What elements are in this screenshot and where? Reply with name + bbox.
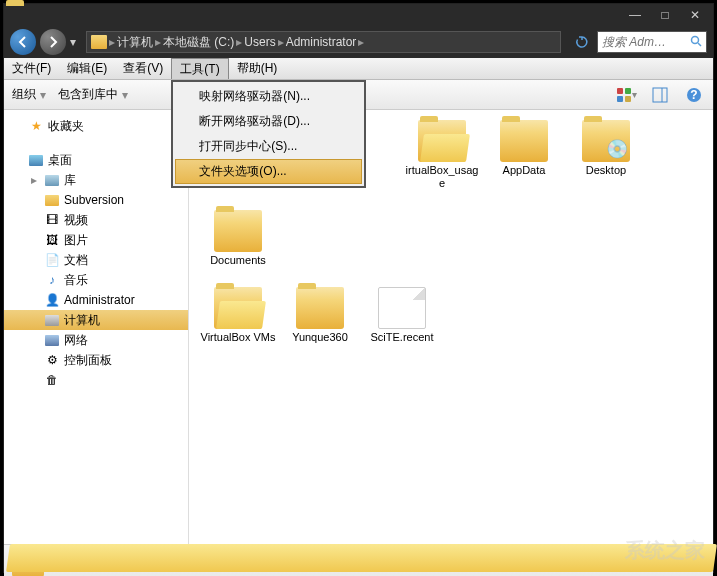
folder-icon (214, 287, 262, 329)
tree-pictures[interactable]: 🖼 图片 (4, 230, 188, 250)
tree-desktop[interactable]: 桌面 (4, 150, 188, 170)
search-box[interactable] (597, 31, 707, 53)
search-input[interactable] (602, 35, 690, 49)
file-icon (378, 287, 426, 329)
file-item[interactable]: Documents (199, 210, 277, 267)
forward-button[interactable] (40, 29, 66, 55)
navbar: ▾ ▸ 计算机 ▸ 本地磁盘 (C:) ▸ Users ▸ Administra… (4, 26, 713, 58)
tree-network[interactable]: 网络 (4, 330, 188, 350)
folder-icon (418, 120, 466, 162)
tree-label: 收藏夹 (48, 118, 84, 135)
tree-label: 文档 (64, 252, 88, 269)
menu-file[interactable]: 文件(F) (4, 58, 59, 79)
include-library-button[interactable]: 包含到库中▾ (58, 86, 128, 103)
control-panel-icon: ⚙ (44, 352, 60, 368)
maximize-button[interactable]: □ (651, 6, 679, 24)
file-item[interactable]: Yunque360 (281, 287, 359, 344)
file-label: Yunque360 (292, 331, 348, 344)
preview-pane-button[interactable] (649, 84, 671, 106)
tree-label: 桌面 (48, 152, 72, 169)
menu-help[interactable]: 帮助(H) (229, 58, 286, 79)
close-button[interactable]: ✕ (681, 6, 709, 24)
file-item[interactable]: AppData (485, 120, 563, 200)
breadcrumb[interactable]: ▸ 计算机 ▸ 本地磁盘 (C:) ▸ Users ▸ Administrato… (86, 31, 561, 53)
view-mode-button[interactable]: ▾ (615, 84, 637, 106)
tree-subversion[interactable]: Subversion (4, 190, 188, 210)
menu-tools[interactable]: 工具(T) 映射网络驱动器(N)... 断开网络驱动器(D)... 打开同步中心… (171, 58, 228, 79)
svg-rect-2 (617, 88, 623, 94)
tree-control-panel[interactable]: ⚙ 控制面板 (4, 350, 188, 370)
menu-sync-center[interactable]: 打开同步中心(S)... (175, 134, 362, 159)
menu-edit[interactable]: 编辑(E) (59, 58, 115, 79)
titlebar: — □ ✕ (4, 4, 713, 26)
file-item[interactable]: irtualBox_usage (403, 120, 481, 200)
tree-label: 视频 (64, 212, 88, 229)
file-label: AppData (503, 164, 546, 177)
svg-rect-4 (617, 96, 623, 102)
menu-map-network-drive[interactable]: 映射网络驱动器(N)... (175, 84, 362, 109)
folder-icon (45, 195, 59, 206)
tree-label: 音乐 (64, 272, 88, 289)
organize-button[interactable]: 组织▾ (12, 86, 46, 103)
back-button[interactable] (10, 29, 36, 55)
tree-label: 网络 (64, 332, 88, 349)
svg-point-0 (692, 36, 699, 43)
file-label: SciTE.recent (371, 331, 434, 344)
tree-recycle[interactable]: 🗑 (4, 370, 188, 390)
document-icon: 📄 (44, 252, 60, 268)
tree-favorites[interactable]: ★ 收藏夹 (4, 116, 188, 136)
tree-music[interactable]: ♪ 音乐 (4, 270, 188, 290)
tree-label: Administrator (64, 293, 135, 307)
menu-view[interactable]: 查看(V) (115, 58, 171, 79)
breadcrumb-item[interactable]: Administrator (286, 35, 357, 49)
folder-icon (214, 210, 262, 252)
user-icon: 👤 (44, 292, 60, 308)
network-icon (45, 335, 59, 346)
svg-rect-5 (625, 96, 631, 102)
folder-icon (91, 35, 107, 49)
minimize-button[interactable]: — (621, 6, 649, 24)
picture-icon: 🖼 (44, 232, 60, 248)
tree-libraries[interactable]: ▸ 库 (4, 170, 188, 190)
menu-tools-label: 工具(T) (180, 61, 219, 78)
search-icon[interactable] (690, 35, 702, 50)
explorer-window: — □ ✕ ▾ ▸ 计算机 ▸ 本地磁盘 (C:) ▸ Users ▸ Admi… (3, 3, 714, 573)
tree-label: 库 (64, 172, 76, 189)
file-item[interactable]: SciTE.recent (363, 287, 441, 344)
menu-folder-options[interactable]: 文件夹选项(O)... (175, 159, 362, 184)
svg-line-1 (698, 43, 701, 46)
recycle-icon: 🗑 (44, 372, 60, 388)
svg-rect-3 (625, 88, 631, 94)
tree-label: 图片 (64, 232, 88, 249)
file-label: VirtualBox VMs (201, 331, 276, 344)
desktop-icon (29, 155, 43, 166)
folder-icon (500, 120, 548, 162)
music-icon: ♪ (44, 272, 60, 288)
tree-administrator[interactable]: 👤 Administrator (4, 290, 188, 310)
menubar: 文件(F) 编辑(E) 查看(V) 工具(T) 映射网络驱动器(N)... 断开… (4, 58, 713, 80)
file-item[interactable]: VirtualBox VMs (199, 287, 277, 344)
computer-icon (45, 315, 59, 326)
tree-computer[interactable]: 计算机 (4, 310, 188, 330)
tree-label: 计算机 (64, 312, 100, 329)
tools-dropdown: 映射网络驱动器(N)... 断开网络驱动器(D)... 打开同步中心(S)...… (171, 80, 366, 188)
tree-documents[interactable]: 📄 文档 (4, 250, 188, 270)
statusbar: 9 个对象 (4, 544, 713, 576)
file-label: Documents (210, 254, 266, 267)
breadcrumb-item[interactable]: Users (244, 35, 275, 49)
file-item[interactable]: 💿 Desktop (567, 120, 645, 200)
breadcrumb-item[interactable]: 计算机 (117, 34, 153, 51)
history-dropdown-icon[interactable]: ▾ (70, 35, 76, 49)
folder-icon: 💿 (582, 120, 630, 162)
video-icon: 🎞 (44, 212, 60, 228)
breadcrumb-item[interactable]: 本地磁盘 (C:) (163, 34, 234, 51)
file-label: irtualBox_usage (403, 164, 481, 190)
folder-icon (12, 549, 44, 577)
menu-disconnect-drive[interactable]: 断开网络驱动器(D)... (175, 109, 362, 134)
tree-videos[interactable]: 🎞 视频 (4, 210, 188, 230)
tree-label: 控制面板 (64, 352, 112, 369)
help-button[interactable]: ? (683, 84, 705, 106)
folder-icon (296, 287, 344, 329)
refresh-button[interactable] (571, 31, 593, 53)
star-icon: ★ (28, 118, 44, 134)
